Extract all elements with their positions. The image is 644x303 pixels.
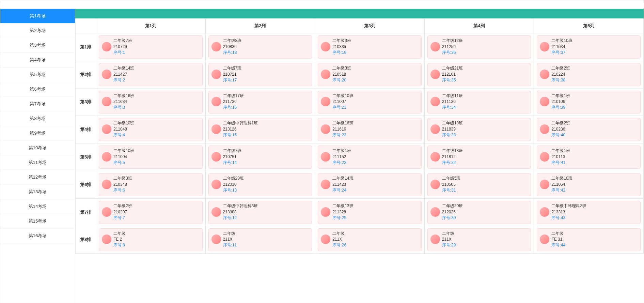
col-header-3: 第3列 <box>315 19 425 33</box>
seat-cell-r2-c1[interactable]: 二年级14班211427序号:2 <box>96 61 206 88</box>
sidebar-item-10[interactable]: 第10考场 <box>0 141 75 155</box>
sidebar-item-12[interactable]: 第12考场 <box>0 170 75 185</box>
seat-info: 二年级1班210113序号:41 <box>551 148 638 166</box>
seat-cell-r7-c4[interactable]: 二年级20班212026序号:30 <box>424 198 534 226</box>
seat-cell-r7-c2[interactable]: 二年级中韩理科3班213308序号:12 <box>205 198 315 226</box>
sidebar-item-5[interactable]: 第5考场 <box>0 67 75 82</box>
seat-id: 211X <box>442 237 528 242</box>
seat-cell-r5-c4[interactable]: 二年级18班211812序号:32 <box>424 143 534 171</box>
seat-cell-r4-c2[interactable]: 二年级中韩理科1班213126序号:15 <box>205 116 315 143</box>
seat-cell-r2-c5[interactable]: 二年级2班210224序号:38 <box>534 61 644 88</box>
seat-card: 二年级FE 2序号:8 <box>99 228 203 252</box>
sidebar-item-1[interactable]: 第1考场 <box>0 9 75 24</box>
seat-cell-r8-c3[interactable]: 二年级211X序号:26 <box>315 226 425 254</box>
seat-cell-r1-c4[interactable]: 二年级12班211259序号:36 <box>424 33 534 61</box>
seat-cell-r8-c1[interactable]: 二年级FE 2序号:8 <box>96 226 206 254</box>
seat-id: 213308 <box>223 210 309 214</box>
seating-table-wrapper[interactable]: 第1列第2列第3列第4列第5列 第1排二年级7班210729序号:1二年级8班2… <box>75 18 644 303</box>
seat-cell-r3-c1[interactable]: 二年级16班211634序号:3 <box>96 88 206 116</box>
col-header-5: 第5列 <box>534 19 644 33</box>
sidebar-item-15[interactable]: 第15考场 <box>0 214 75 229</box>
seat-cell-r7-c1[interactable]: 二年级2班210207序号:7 <box>96 198 206 226</box>
seat-id: 211136 <box>442 99 528 104</box>
seat-id: 212101 <box>442 72 528 77</box>
seat-cell-r1-c1[interactable]: 二年级7班210729序号:1 <box>96 33 206 61</box>
seat-cell-r8-c5[interactable]: 二年级FE 31序号:44 <box>534 226 644 254</box>
seat-number: 序号:36 <box>442 50 528 56</box>
seat-class: 二年级2班 <box>113 203 200 209</box>
seat-card: 二年级211X序号:26 <box>318 228 422 252</box>
seat-cell-r6-c5[interactable]: 二年级10班211054序号:42 <box>534 171 644 198</box>
seat-cell-r1-c5[interactable]: 二年级10班211034序号:37 <box>534 33 644 61</box>
seat-id: FE 31 <box>551 237 638 242</box>
seat-card: 二年级3班210518序号:20 <box>318 63 422 86</box>
seat-info: 二年级18班211839序号:33 <box>442 120 528 138</box>
seat-cell-r6-c4[interactable]: 二年级5班210505序号:31 <box>424 171 534 198</box>
seat-card: 二年级20班212026序号:30 <box>427 201 531 224</box>
seat-cell-r1-c2[interactable]: 二年级8班210836序号:18 <box>205 33 315 61</box>
seat-cell-r5-c3[interactable]: 二年级1班211152序号:23 <box>315 143 425 171</box>
seat-cell-r4-c3[interactable]: 二年级16班211616序号:22 <box>315 116 425 143</box>
sidebar-item-11[interactable]: 第11考场 <box>0 155 75 170</box>
seat-info: 二年级14班211427序号:2 <box>113 65 200 83</box>
avatar <box>211 42 221 51</box>
avatar <box>321 97 330 106</box>
seat-info: 二年级211X序号:26 <box>332 231 419 248</box>
seat-card: 二年级10班211034序号:37 <box>537 35 641 59</box>
seat-number: 序号:12 <box>223 215 309 221</box>
seat-class: 二年级2班 <box>551 120 638 126</box>
avatar <box>321 180 330 189</box>
seat-cell-r8-c4[interactable]: 二年级211X序号:29 <box>424 226 534 254</box>
seat-id: 212026 <box>442 210 528 214</box>
seat-class: 二年级 <box>551 231 638 237</box>
seat-cell-r1-c3[interactable]: 二年级3班210335序号:19 <box>315 33 425 61</box>
seat-cell-r3-c2[interactable]: 二年级17班211736序号:16 <box>205 88 315 116</box>
seat-class: 二年级16班 <box>113 93 200 99</box>
seat-cell-r5-c5[interactable]: 二年级1班210113序号:41 <box>534 143 644 171</box>
seat-cell-r6-c3[interactable]: 二年级14班211423序号:24 <box>315 171 425 198</box>
seat-cell-r4-c4[interactable]: 二年级18班211839序号:33 <box>424 116 534 143</box>
seat-card: 二年级211X序号:11 <box>208 228 312 252</box>
sidebar-item-2[interactable]: 第2考场 <box>0 24 75 38</box>
seat-cell-r3-c3[interactable]: 二年级10班211007序号:21 <box>315 88 425 116</box>
seat-cell-r8-c2[interactable]: 二年级211X序号:11 <box>205 226 315 254</box>
sidebar-item-13[interactable]: 第13考场 <box>0 185 75 199</box>
seat-class: 二年级3班 <box>332 38 419 44</box>
seat-number: 序号:24 <box>332 187 419 193</box>
seat-cell-r3-c5[interactable]: 二年级1班210106序号:39 <box>534 88 644 116</box>
sidebar-item-6[interactable]: 第6考场 <box>0 82 75 97</box>
sidebar-item-8[interactable]: 第8考场 <box>0 111 75 126</box>
seat-cell-r7-c5[interactable]: 二年级中韩理科3班213313序号:43 <box>534 198 644 226</box>
seat-cell-r5-c1[interactable]: 二年级10班211004序号:5 <box>96 143 206 171</box>
seat-cell-r5-c2[interactable]: 二年级7班210751序号:14 <box>205 143 315 171</box>
sidebar-item-16[interactable]: 第16考场 <box>0 229 75 243</box>
seat-id: 211839 <box>442 127 528 132</box>
seat-cell-r7-c3[interactable]: 二年级13班211328序号:25 <box>315 198 425 226</box>
sidebar-item-4[interactable]: 第4考场 <box>0 53 75 67</box>
seat-cell-r2-c3[interactable]: 二年级3班210518序号:20 <box>315 61 425 88</box>
seat-id: 211736 <box>223 99 309 104</box>
seat-card: 二年级中韩理科1班213126序号:15 <box>208 118 312 141</box>
seat-class: 二年级10班 <box>551 38 638 44</box>
sidebar-item-7[interactable]: 第7考场 <box>0 97 75 111</box>
seat-cell-r4-c1[interactable]: 二年级10班211048序号:4 <box>96 116 206 143</box>
seat-card: 二年级7班210729序号:1 <box>99 35 203 59</box>
seat-number: 序号:39 <box>551 105 638 110</box>
sidebar-item-9[interactable]: 第9考场 <box>0 126 75 141</box>
avatar <box>102 70 111 79</box>
seat-cell-r3-c4[interactable]: 二年级11班211136序号:34 <box>424 88 534 116</box>
row-header-8: 第8排 <box>76 226 96 254</box>
seat-id: 211048 <box>113 127 200 132</box>
seat-class: 二年级14班 <box>332 176 419 181</box>
avatar <box>540 234 549 244</box>
seat-info: 二年级11班211136序号:34 <box>442 93 528 111</box>
seat-cell-r2-c4[interactable]: 二年级21班212101序号:35 <box>424 61 534 88</box>
seat-cell-r2-c2[interactable]: 二年级7班210721序号:17 <box>205 61 315 88</box>
seat-cell-r6-c2[interactable]: 二年级20班212010序号:13 <box>205 171 315 198</box>
sidebar-item-14[interactable]: 第14考场 <box>0 199 75 214</box>
seat-id: 210729 <box>113 44 200 49</box>
sidebar-item-3[interactable]: 第3考场 <box>0 38 75 53</box>
seat-id: 211034 <box>551 44 638 49</box>
seat-cell-r4-c5[interactable]: 二年级2班210236序号:40 <box>534 116 644 143</box>
seat-cell-r6-c1[interactable]: 二年级3班210348序号:6 <box>96 171 206 198</box>
